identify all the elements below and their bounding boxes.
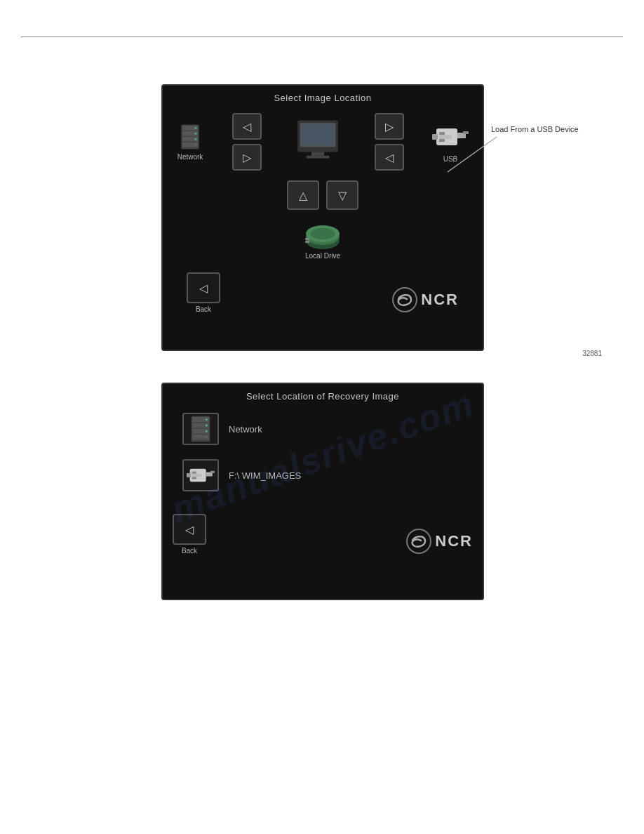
arrow-left-top[interactable]: ◁ [232, 113, 262, 140]
screen2-ncr-text: NCR [435, 532, 473, 550]
svg-point-36 [206, 430, 208, 432]
location-network-item[interactable]: Network [177, 406, 469, 452]
svg-rect-42 [192, 472, 196, 474]
screen2-title: Select Location of Recovery Image [163, 384, 483, 406]
svg-rect-17 [432, 134, 438, 140]
screen1-select-image-location: Select Image Location Network [161, 84, 484, 351]
svg-rect-26 [305, 241, 309, 243]
arrow-down-symbol: ▽ [338, 189, 347, 202]
screen1-bottom-row: ◁ Back NCR [177, 267, 469, 320]
screen2-back-button[interactable]: ◁ [173, 514, 206, 545]
svg-point-37 [206, 436, 208, 438]
location-usb-label: F:\ WIM_IMAGES [229, 470, 301, 481]
screen2-ncr-logo: NCR [405, 528, 473, 555]
svg-rect-11 [311, 152, 324, 155]
back-button-group: ◁ Back [187, 272, 220, 313]
left-arrows: ◁ ▷ [232, 113, 262, 171]
right-arrows: ▷ ◁ [375, 113, 404, 171]
ncr-text: NCR [421, 291, 459, 309]
svg-rect-12 [307, 156, 329, 159]
svg-rect-40 [210, 471, 215, 473]
screen2-back-button-group: ◁ Back [173, 514, 206, 555]
arrow-right-bottom[interactable]: ▷ [232, 144, 262, 171]
network-label: Network [177, 153, 203, 161]
annotation-usb-device: Load From a USB Device [491, 125, 579, 133]
svg-point-5 [194, 126, 196, 128]
location-usb-icon-box [182, 459, 219, 491]
svg-rect-25 [305, 238, 309, 240]
location-network-label: Network [229, 424, 262, 435]
back-label: Back [196, 305, 211, 313]
location-network-icon-box [182, 413, 219, 445]
svg-rect-44 [192, 474, 202, 477]
svg-point-7 [194, 138, 196, 140]
svg-rect-43 [192, 477, 196, 479]
hdd-icon [302, 220, 343, 252]
row2-updown: △ ▽ [287, 180, 358, 210]
location-usb-icon [187, 463, 215, 487]
arrow-right-top[interactable]: ▷ [375, 113, 404, 140]
network-column: Network [177, 124, 203, 161]
svg-rect-18 [439, 132, 445, 135]
screen2-back-label: Back [182, 547, 197, 555]
svg-line-28 [448, 137, 497, 172]
back-button[interactable]: ◁ [187, 272, 220, 303]
screen2-bottom-row: ◁ Back NCR [163, 510, 483, 562]
arrow-up[interactable]: △ [287, 180, 319, 210]
arrow-left-bottom-symbol: ◁ [385, 151, 394, 164]
svg-rect-13 [302, 124, 335, 146]
location-usb-item[interactable]: F:\ WIM_IMAGES [177, 452, 469, 498]
monitor-svg [293, 117, 343, 167]
arrow-right-top-symbol: ▷ [385, 120, 394, 133]
svg-point-27 [393, 288, 417, 312]
network-server-icon [177, 124, 203, 150]
monitor-image [290, 114, 346, 170]
annotation-line [441, 137, 497, 179]
arrow-right-bottom-symbol: ▷ [243, 151, 251, 164]
svg-rect-16 [463, 131, 469, 134]
svg-point-35 [206, 424, 208, 426]
arrow-left-bottom[interactable]: ◁ [375, 144, 404, 171]
arrow-left-top-symbol: ◁ [243, 120, 251, 133]
screen2-ncr-swirl-icon [405, 528, 432, 555]
row3-local-drive: Local Drive [302, 220, 343, 260]
arrow-down[interactable]: ▽ [326, 180, 358, 210]
svg-point-34 [206, 418, 208, 421]
location-server-icon [188, 415, 213, 443]
svg-point-24 [310, 228, 335, 239]
ncr-swirl-icon [391, 286, 418, 313]
local-drive-label: Local Drive [305, 252, 340, 260]
top-divider [21, 37, 623, 37]
row1: Network ◁ ▷ [177, 113, 469, 171]
svg-point-6 [194, 132, 196, 134]
ncr-logo: NCR [391, 286, 459, 313]
back-arrow-symbol: ◁ [199, 282, 208, 295]
fig-number: 32881 [582, 350, 602, 357]
screen1-content: Network ◁ ▷ [163, 107, 483, 320]
arrow-up-symbol: △ [299, 189, 307, 202]
screen2-content: Network F:\ WIM_IMAGES [163, 406, 483, 498]
screen2-select-recovery-image: Select Location of Recovery Image Networ… [161, 383, 484, 600]
svg-point-8 [194, 143, 196, 145]
svg-point-45 [407, 529, 431, 553]
svg-rect-41 [187, 473, 191, 477]
screen2-back-arrow-symbol: ◁ [185, 523, 194, 536]
screen1-title: Select Image Location [163, 86, 483, 107]
